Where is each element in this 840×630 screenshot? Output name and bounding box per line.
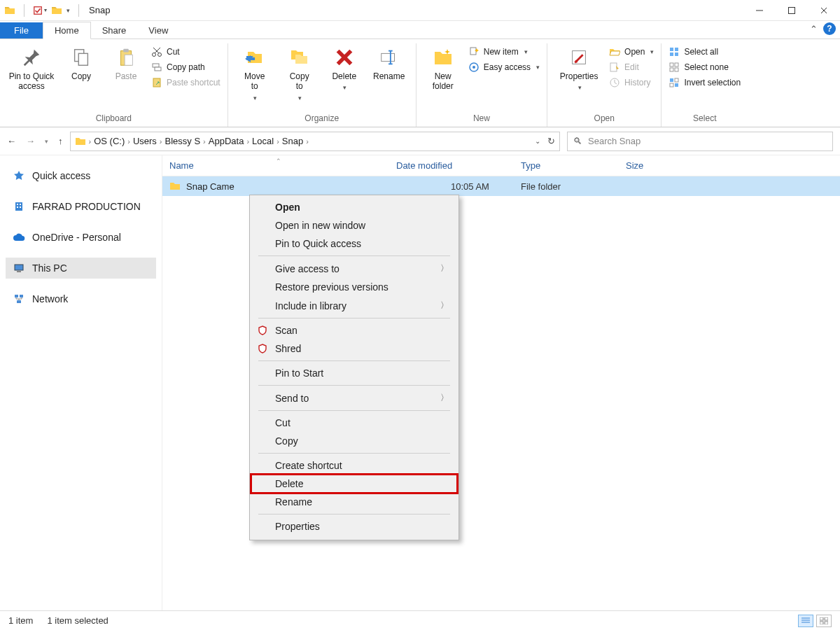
new-folder-button[interactable]: New folder: [424, 43, 463, 92]
svg-rect-40: [670, 83, 673, 87]
ctx-create-shortcut[interactable]: Create shortcut: [251, 456, 457, 475]
properties-button[interactable]: Properties▾: [554, 43, 603, 92]
select-all-button[interactable]: Select all: [668, 46, 741, 57]
breadcrumb-item[interactable]: OS (C:) ›: [94, 136, 130, 146]
address-dropdown-icon[interactable]: ⌄: [535, 137, 540, 145]
sidebar-quick-access[interactable]: Quick access: [6, 165, 156, 186]
search-icon: 🔍︎: [573, 136, 582, 146]
maximize-button[interactable]: [776, 0, 808, 21]
svg-rect-8: [123, 49, 129, 52]
close-button[interactable]: [808, 0, 840, 21]
svg-rect-14: [153, 64, 159, 67]
network-icon: [13, 293, 25, 305]
ctx-cut[interactable]: Cut: [251, 414, 457, 432]
ctx-give-access-to[interactable]: Give access to〉: [251, 259, 457, 278]
ctx-shred[interactable]: Shred: [251, 340, 457, 358]
back-button[interactable]: ←: [7, 136, 16, 146]
breadcrumb-item[interactable]: Snap ›: [282, 136, 309, 146]
navigation-pane: Quick access FARRAD PRODUCTION OneDrive …: [0, 155, 162, 610]
svg-rect-28: [610, 63, 617, 71]
search-input[interactable]: 🔍︎ Search Snap: [567, 132, 833, 151]
svg-rect-6: [78, 53, 88, 65]
forward-button[interactable]: →: [26, 136, 35, 146]
breadcrumb-item[interactable]: Blessy S ›: [165, 136, 206, 146]
ctx-scan[interactable]: Scan: [251, 321, 457, 340]
column-headers: Name⌃ Date modified Type Size: [162, 155, 840, 176]
thumbnails-view-button[interactable]: [816, 615, 832, 627]
recent-dropdown-icon[interactable]: ▾: [45, 138, 48, 145]
delete-button[interactable]: Delete▾: [325, 43, 364, 92]
ctx-delete[interactable]: Delete: [251, 475, 457, 493]
qat-toggle-icon[interactable]: ▾: [33, 6, 47, 15]
ctx-restore-previous[interactable]: Restore previous versions: [251, 278, 457, 296]
ctx-open-new-window[interactable]: Open in new window: [251, 216, 457, 234]
column-header-name[interactable]: Name⌃: [162, 160, 389, 171]
sidebar-onedrive[interactable]: OneDrive - Personal: [6, 227, 156, 248]
svg-rect-49: [15, 295, 18, 298]
shield-icon: [257, 343, 268, 354]
sidebar-this-pc[interactable]: This PC: [6, 258, 156, 279]
column-header-type[interactable]: Type: [514, 160, 619, 171]
sidebar-network[interactable]: Network: [6, 288, 156, 309]
column-header-date[interactable]: Date modified: [389, 160, 514, 171]
history-button[interactable]: History: [609, 77, 654, 88]
refresh-button[interactable]: ↻: [547, 136, 555, 146]
cut-button[interactable]: Cut: [151, 46, 220, 57]
invert-selection-button[interactable]: Invert selection: [668, 77, 741, 88]
building-icon: [13, 200, 25, 213]
tab-share[interactable]: Share: [91, 22, 138, 38]
svg-rect-57: [820, 622, 823, 624]
up-button[interactable]: ↑: [58, 136, 63, 146]
ctx-rename[interactable]: Rename: [251, 493, 457, 511]
breadcrumb-item[interactable]: AppData ›: [209, 136, 249, 146]
select-none-button[interactable]: Select none: [668, 62, 741, 73]
svg-rect-15: [155, 67, 161, 71]
file-type: File folder: [514, 181, 619, 192]
open-button[interactable]: Open▾: [609, 46, 654, 57]
paste-button[interactable]: Paste: [106, 43, 146, 81]
details-view-button[interactable]: [798, 615, 813, 627]
copy-button[interactable]: Copy: [62, 43, 101, 81]
tab-file[interactable]: File: [0, 22, 43, 38]
tab-home[interactable]: Home: [43, 22, 91, 39]
ctx-pin-to-start[interactable]: Pin to Start: [251, 364, 457, 382]
minimize-button[interactable]: [743, 0, 776, 21]
svg-rect-51: [17, 300, 21, 303]
paste-shortcut-button[interactable]: Paste shortcut: [151, 77, 220, 88]
ctx-pin-quick-access[interactable]: Pin to Quick access: [251, 234, 457, 253]
paste-icon: [115, 46, 137, 69]
pin-to-quick-access-button[interactable]: Pin to Quick access: [7, 43, 56, 92]
easy-access-button[interactable]: Easy access▾: [468, 62, 540, 73]
tab-view[interactable]: View: [137, 22, 179, 38]
copy-to-button[interactable]: Copy to▾: [280, 43, 319, 102]
column-header-size[interactable]: Size: [619, 160, 682, 171]
address-bar[interactable]: › OS (C:) › Users › Blessy S › AppData ›…: [70, 132, 561, 151]
svg-rect-46: [20, 206, 21, 208]
svg-rect-39: [675, 78, 678, 82]
svg-rect-42: [15, 202, 22, 211]
svg-rect-9: [125, 55, 132, 65]
ctx-open[interactable]: Open: [251, 198, 457, 216]
file-row[interactable]: Snap Came 10:05 AM File folder: [162, 176, 840, 196]
rename-icon: [378, 46, 400, 69]
delete-icon: [333, 46, 356, 69]
ribbon-group-clipboard: Pin to Quick access Copy Paste Cut Copy …: [0, 43, 228, 127]
sidebar-farrad[interactable]: FARRAD PRODUCTION: [6, 196, 156, 217]
new-item-button[interactable]: New item▾: [468, 46, 540, 57]
move-to-button[interactable]: Move to▾: [235, 43, 274, 102]
collapse-ribbon-icon[interactable]: ⌃: [810, 24, 818, 34]
qat-dropdown-icon[interactable]: ▾: [66, 7, 70, 14]
copy-path-button[interactable]: Copy path: [151, 62, 220, 73]
new-item-icon: [468, 46, 479, 57]
breadcrumb-item[interactable]: Users ›: [133, 136, 162, 146]
ctx-properties[interactable]: Properties: [251, 517, 457, 536]
help-icon[interactable]: ?: [823, 22, 836, 35]
breadcrumb-item[interactable]: Local ›: [252, 136, 279, 146]
svg-point-25: [472, 66, 475, 69]
edit-button[interactable]: Edit: [609, 62, 654, 73]
ctx-copy[interactable]: Copy: [251, 432, 457, 450]
ctx-include-in-library[interactable]: Include in library〉: [251, 296, 457, 315]
rename-button[interactable]: Rename: [370, 43, 409, 81]
folder-icon: [75, 136, 86, 147]
ctx-send-to[interactable]: Send to〉: [251, 388, 457, 407]
